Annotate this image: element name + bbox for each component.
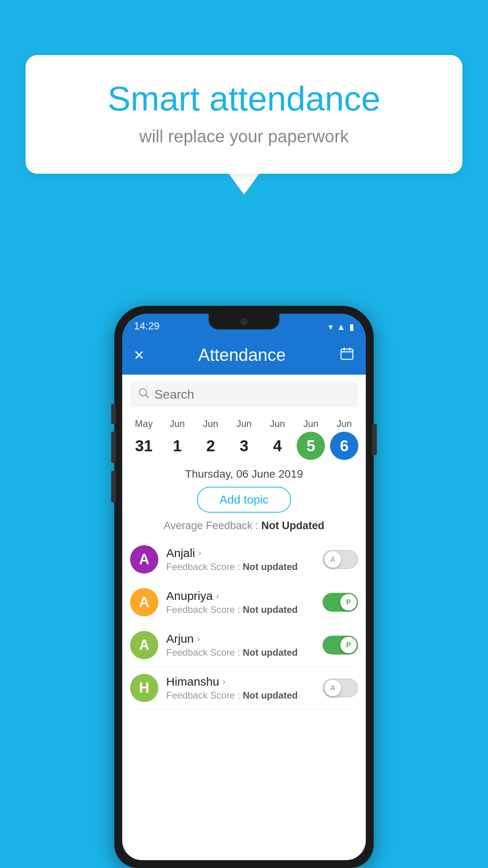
- calendar-row: May31Jun1Jun2Jun3Jun4Jun5Jun6: [122, 414, 366, 464]
- chevron-right-icon: ›: [197, 633, 200, 644]
- cal-month: May: [135, 418, 152, 429]
- student-list: AAnjali ›Feedback Score : Not updatedAAA…: [122, 538, 366, 710]
- search-input[interactable]: [154, 387, 350, 402]
- speech-bubble-container: Smart attendance will replace your paper…: [26, 55, 462, 195]
- student-info: Anjali ›Feedback Score : Not updated: [166, 546, 323, 572]
- close-button[interactable]: ×: [134, 345, 144, 365]
- calendar-cell[interactable]: Jun5: [295, 418, 327, 460]
- toggle-thumb: A: [325, 680, 341, 696]
- toggle-container[interactable]: P: [323, 636, 358, 655]
- cal-month: Jun: [337, 418, 352, 429]
- student-avatar: A: [130, 545, 158, 574]
- camera-dot: [240, 318, 248, 325]
- cal-day[interactable]: 2: [196, 432, 225, 460]
- cal-month: Jun: [270, 418, 285, 429]
- cal-month: Jun: [237, 418, 252, 429]
- student-item[interactable]: AAnjali ›Feedback Score : Not updatedA: [130, 538, 358, 581]
- signal-icon: ▲: [337, 322, 345, 332]
- calendar-cell[interactable]: Jun6: [328, 418, 360, 460]
- battery-icon: ▮: [349, 322, 354, 332]
- attendance-toggle[interactable]: P: [323, 593, 358, 612]
- attendance-toggle[interactable]: A: [323, 550, 358, 569]
- attendance-toggle[interactable]: P: [323, 636, 358, 655]
- cal-day[interactable]: 4: [263, 432, 292, 460]
- cal-month: Jun: [303, 418, 319, 429]
- search-icon: [138, 387, 150, 402]
- student-feedback: Feedback Score : Not updated: [166, 647, 323, 658]
- toggle-container[interactable]: A: [323, 550, 358, 569]
- cal-day[interactable]: 1: [163, 432, 191, 460]
- cal-day[interactable]: 6: [330, 432, 358, 460]
- student-name: Anupriya ›: [166, 589, 323, 603]
- student-name: Arjun ›: [166, 632, 323, 645]
- toggle-container[interactable]: A: [323, 679, 358, 697]
- student-feedback: Feedback Score : Not updated: [166, 561, 323, 572]
- phone-frame: 14:29 ▾ ▲ ▮ × Attendance: [114, 306, 374, 868]
- add-topic-button[interactable]: Add topic: [197, 487, 291, 513]
- status-icons: ▾ ▲ ▮: [328, 322, 354, 332]
- cal-month: Jun: [203, 418, 218, 429]
- student-avatar: H: [130, 674, 158, 702]
- svg-rect-0: [341, 349, 353, 359]
- speech-bubble-subtitle: will replace your paperwork: [53, 127, 435, 146]
- cal-day[interactable]: 3: [230, 432, 258, 460]
- cal-month: Jun: [170, 418, 185, 429]
- student-item[interactable]: AAnupriya ›Feedback Score : Not updatedP: [130, 581, 358, 624]
- phone-notch: [209, 314, 279, 329]
- speech-bubble-title: Smart attendance: [53, 79, 435, 119]
- phone-screen: 14:29 ▾ ▲ ▮ × Attendance: [122, 314, 366, 860]
- calendar-cell[interactable]: Jun1: [161, 418, 193, 460]
- app-bar-title: Attendance: [198, 345, 286, 365]
- power-button: [372, 424, 377, 455]
- avg-feedback-value: Not Updated: [261, 520, 324, 531]
- avg-feedback: Average Feedback : Not Updated: [122, 520, 366, 532]
- student-item[interactable]: HHimanshu ›Feedback Score : Not updatedA: [130, 667, 358, 710]
- cal-day[interactable]: 5: [297, 432, 325, 460]
- student-avatar: A: [130, 631, 158, 659]
- calendar-cell[interactable]: Jun2: [195, 418, 226, 460]
- attendance-toggle[interactable]: A: [323, 679, 358, 697]
- calendar-cell[interactable]: May31: [128, 418, 160, 460]
- student-name: Anjali ›: [166, 546, 323, 560]
- search-bar[interactable]: [130, 382, 358, 407]
- toggle-container[interactable]: P: [323, 593, 358, 612]
- student-name: Himanshu ›: [166, 675, 323, 688]
- student-feedback: Feedback Score : Not updated: [166, 604, 323, 615]
- student-item[interactable]: AArjun ›Feedback Score : Not updatedP: [130, 624, 358, 667]
- wifi-icon: ▾: [328, 322, 333, 332]
- student-info: Anupriya ›Feedback Score : Not updated: [166, 589, 323, 615]
- chevron-right-icon: ›: [198, 548, 201, 559]
- calendar-icon[interactable]: [340, 346, 354, 364]
- calendar-cell[interactable]: Jun3: [228, 418, 260, 460]
- chevron-right-icon: ›: [216, 590, 219, 601]
- calendar-cell[interactable]: Jun4: [262, 418, 293, 460]
- chevron-right-icon: ›: [222, 676, 226, 687]
- selected-date-label: Thursday, 06 June 2019: [122, 468, 366, 480]
- speech-bubble: Smart attendance will replace your paper…: [26, 55, 462, 174]
- app-bar: × Attendance: [122, 335, 366, 375]
- avg-feedback-label: Average Feedback :: [163, 520, 261, 531]
- volume-up-button: [111, 404, 116, 424]
- student-avatar: A: [130, 588, 158, 616]
- toggle-thumb: P: [340, 637, 357, 653]
- speech-bubble-tail: [228, 173, 260, 195]
- volume-down-button: [111, 432, 116, 463]
- svg-line-5: [146, 395, 149, 398]
- toggle-thumb: A: [325, 551, 341, 568]
- status-time: 14:29: [134, 320, 160, 332]
- student-info: Himanshu ›Feedback Score : Not updated: [166, 675, 323, 701]
- student-info: Arjun ›Feedback Score : Not updated: [166, 632, 323, 658]
- student-feedback: Feedback Score : Not updated: [166, 690, 323, 701]
- cal-day[interactable]: 31: [130, 432, 158, 460]
- camera-button: [111, 471, 116, 502]
- toggle-thumb: P: [340, 594, 357, 611]
